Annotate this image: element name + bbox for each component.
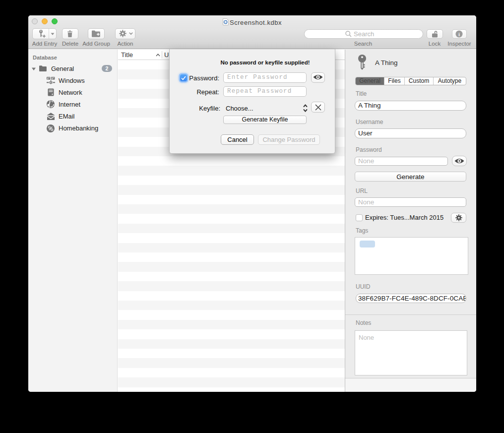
svg-text:i: i [458, 31, 460, 37]
